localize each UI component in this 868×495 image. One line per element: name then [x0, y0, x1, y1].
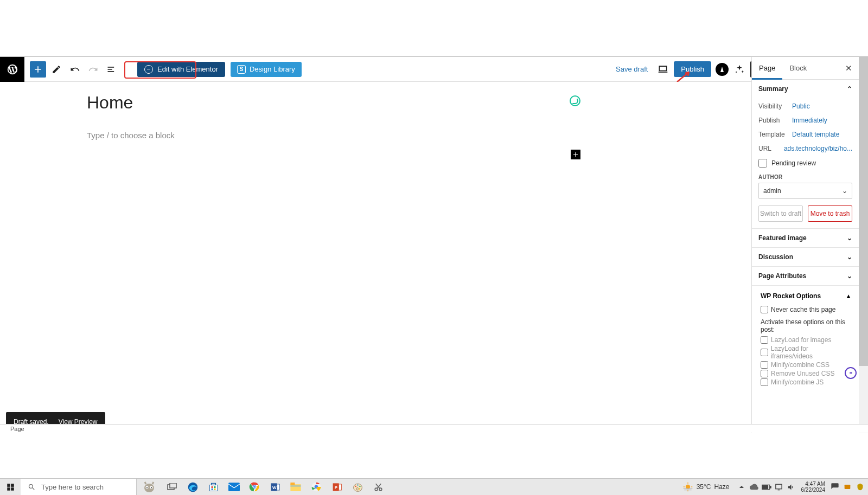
publish-value[interactable]: Immediately: [792, 117, 827, 124]
volume-tray-icon[interactable]: [787, 482, 796, 492]
caret-up-icon: ▴: [847, 292, 850, 300]
cortana-character-icon[interactable]: [137, 479, 162, 496]
network-tray-icon[interactable]: [774, 482, 784, 492]
svg-rect-15: [170, 483, 176, 488]
svg-rect-5: [7, 484, 10, 487]
design-library-button[interactable]: S Design Library: [231, 62, 302, 77]
rocket-opt-input[interactable]: [761, 336, 768, 344]
powerpoint-app-icon[interactable]: P: [327, 479, 347, 496]
never-cache-checkbox[interactable]: Never cache this page: [761, 303, 850, 316]
move-to-trash-button[interactable]: Move to trash: [808, 205, 852, 222]
add-block-button[interactable]: [30, 61, 46, 78]
notifications-tray-icon[interactable]: [830, 482, 840, 492]
svg-rect-37: [339, 484, 341, 490]
rocket-opt-lazyload-images[interactable]: LazyLoad for images: [761, 336, 850, 344]
url-value[interactable]: ads.technology/biz/ho...: [784, 145, 852, 152]
edit-mode-icon[interactable]: [48, 61, 65, 78]
block-placeholder-text[interactable]: Type / to choose a block: [87, 131, 175, 140]
rocket-opt-lazyload-iframes[interactable]: LazyLoad for iframes/videos: [761, 344, 850, 361]
rocket-opt-minify-css[interactable]: Minify/combine CSS: [761, 361, 850, 369]
rocket-opt-input[interactable]: [761, 378, 768, 386]
summary-header[interactable]: Summary ⌃: [752, 80, 859, 98]
security-tray-icon[interactable]: [855, 482, 865, 492]
featured-image-header[interactable]: Featured image ⌄: [752, 229, 859, 247]
taskbar-clock[interactable]: 4:47 AM 6/22/2024: [799, 481, 828, 493]
list-view-icon[interactable]: [104, 61, 120, 78]
author-select[interactable]: admin ⌄: [758, 183, 852, 199]
rocket-opt-unused-css[interactable]: Remove Unused CSS: [761, 369, 850, 378]
weather-widget[interactable]: 35°C Haze: [682, 481, 734, 492]
edge-app-icon[interactable]: [182, 479, 203, 496]
explorer-app-icon[interactable]: [285, 479, 306, 496]
store-app-icon[interactable]: [203, 479, 224, 496]
device-preview-icon[interactable]: [656, 63, 669, 76]
svg-rect-17: [209, 485, 217, 491]
rocket-opt-input[interactable]: [761, 370, 768, 377]
template-value[interactable]: Default template: [792, 131, 839, 138]
publish-button[interactable]: Publish: [674, 61, 711, 77]
edit-with-elementor-button[interactable]: Edit with Elementor: [137, 62, 225, 77]
visibility-value[interactable]: Public: [792, 102, 810, 110]
discussion-header[interactable]: Discussion ⌄: [752, 248, 859, 266]
windows-start-button[interactable]: [0, 479, 21, 496]
mail-app-icon[interactable]: [224, 479, 244, 496]
vertical-scrollbar-track[interactable]: [859, 57, 868, 433]
switch-to-draft-button[interactable]: Switch to draft: [758, 205, 803, 222]
word-app-icon[interactable]: W: [265, 479, 285, 496]
pending-review-checkbox[interactable]: Pending review: [758, 156, 852, 169]
support-chat-icon[interactable]: [845, 367, 857, 379]
rocket-opt-input[interactable]: [761, 361, 768, 369]
visibility-row: Visibility Public: [758, 99, 852, 113]
paint-app-icon[interactable]: [347, 479, 368, 496]
system-tray: 35°C Haze 4:47 AM 6/22/2024: [682, 479, 868, 496]
snipping-tool-icon[interactable]: [368, 479, 388, 496]
page-title-input[interactable]: [87, 93, 521, 113]
rocket-activate-text: Activate these options on this post:: [761, 316, 850, 335]
undo-icon[interactable]: [67, 61, 83, 78]
windows-search-box[interactable]: Type here to search: [21, 479, 137, 496]
summary-section: Summary ⌃ Visibility Public Publish Imme…: [752, 80, 859, 229]
publish-row: Publish Immediately: [758, 113, 852, 127]
clock-date: 6/22/2024: [801, 487, 826, 493]
astra-icon[interactable]: [716, 63, 729, 76]
svg-rect-19: [211, 486, 213, 487]
battery-tray-icon[interactable]: [762, 482, 771, 492]
browser-chrome-whitespace: [0, 0, 868, 56]
save-draft-link[interactable]: Save draft: [611, 63, 652, 75]
tab-block[interactable]: Block: [782, 57, 814, 80]
edit-elementor-label: Edit with Elementor: [157, 65, 218, 73]
svg-rect-8: [11, 487, 14, 491]
wordpress-logo[interactable]: [0, 57, 24, 82]
wp-rocket-header[interactable]: WP Rocket Options ▴: [761, 289, 850, 303]
never-cache-input[interactable]: [761, 306, 768, 313]
input-indicator-icon[interactable]: [843, 482, 852, 492]
featured-image-label: Featured image: [758, 234, 807, 242]
chrome-app-icon[interactable]: [244, 479, 265, 496]
pending-review-input[interactable]: [758, 159, 767, 168]
add-block-inline-button[interactable]: [571, 150, 580, 159]
rocket-options-list: LazyLoad for images LazyLoad for iframes…: [761, 336, 850, 387]
rocket-opt-input[interactable]: [761, 349, 768, 356]
svg-point-44: [356, 487, 358, 490]
search-icon: [28, 483, 36, 491]
onedrive-tray-icon[interactable]: [749, 482, 759, 492]
tab-page[interactable]: Page: [752, 57, 782, 80]
svg-rect-55: [770, 486, 771, 487]
chevron-up-icon: ⌃: [847, 85, 852, 93]
page-attributes-header[interactable]: Page Attributes ⌄: [752, 267, 859, 285]
task-view-icon[interactable]: [162, 479, 182, 496]
tray-caret-icon[interactable]: [737, 482, 746, 492]
scrollbar-thumb[interactable]: [859, 57, 868, 366]
featured-image-section: Featured image ⌄: [752, 229, 859, 248]
redo-icon[interactable]: [85, 61, 101, 78]
svg-rect-23: [228, 483, 240, 491]
svg-rect-7: [7, 487, 10, 491]
svg-rect-59: [845, 485, 851, 489]
chrome-app-icon-2[interactable]: [306, 479, 327, 496]
ai-sparkle-icon[interactable]: [733, 63, 746, 76]
rocket-opt-minify-js[interactable]: Minify/combine JS: [761, 378, 850, 387]
close-sidebar-icon[interactable]: ✕: [845, 63, 859, 73]
svg-point-13: [151, 487, 152, 488]
grammarly-icon[interactable]: [570, 95, 580, 106]
svg-point-43: [359, 488, 360, 489]
